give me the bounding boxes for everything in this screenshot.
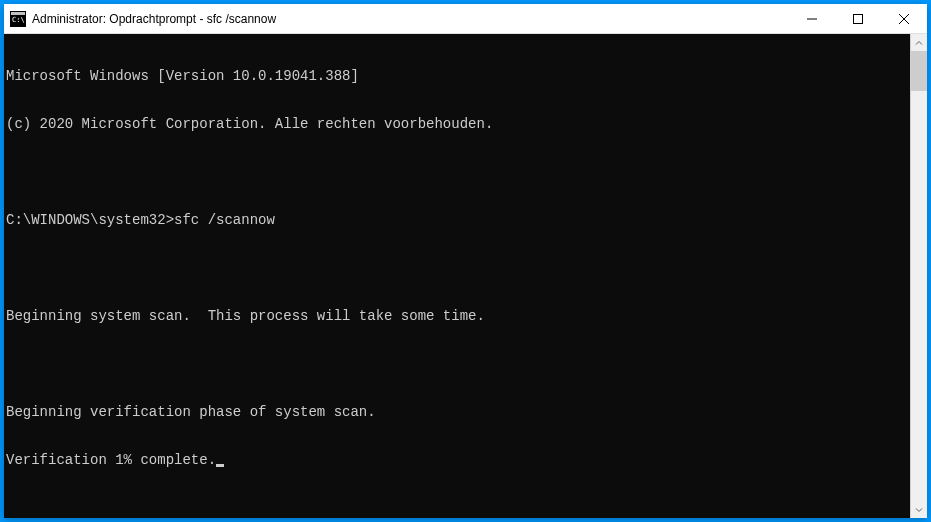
scroll-up-button[interactable]	[911, 34, 927, 51]
output-line	[6, 260, 910, 276]
prompt-line: C:\WINDOWS\system32>sfc /scannow	[6, 212, 910, 228]
chevron-down-icon	[915, 506, 923, 514]
minimize-icon	[807, 14, 817, 24]
svg-text:C:\: C:\	[12, 16, 25, 24]
window-title: Administrator: Opdrachtprompt - sfc /sca…	[32, 12, 276, 26]
terminal-output[interactable]: Microsoft Windows [Version 10.0.19041.38…	[4, 34, 910, 518]
close-icon	[899, 14, 909, 24]
close-button[interactable]	[881, 4, 927, 33]
svg-rect-4	[854, 14, 863, 23]
minimize-button[interactable]	[789, 4, 835, 33]
scroll-thumb[interactable]	[911, 51, 927, 91]
output-line	[6, 164, 910, 180]
output-line: Microsoft Windows [Version 10.0.19041.38…	[6, 68, 910, 84]
maximize-icon	[853, 14, 863, 24]
command-text: sfc /scannow	[174, 212, 275, 228]
cursor	[216, 464, 224, 467]
titlebar[interactable]: C:\ Administrator: Opdrachtprompt - sfc …	[4, 4, 927, 34]
output-line	[6, 356, 910, 372]
maximize-button[interactable]	[835, 4, 881, 33]
output-line: Beginning verification phase of system s…	[6, 404, 910, 420]
scroll-down-button[interactable]	[911, 501, 927, 518]
command-prompt-window: C:\ Administrator: Opdrachtprompt - sfc …	[4, 4, 927, 518]
progress-text: Verification 1% complete.	[6, 452, 216, 468]
chevron-up-icon	[915, 39, 923, 47]
output-line: (c) 2020 Microsoft Corporation. Alle rec…	[6, 116, 910, 132]
output-line: Verification 1% complete.	[6, 452, 910, 468]
scroll-track[interactable]	[911, 51, 927, 501]
terminal-area: Microsoft Windows [Version 10.0.19041.38…	[4, 34, 927, 518]
output-line: Beginning system scan. This process will…	[6, 308, 910, 324]
vertical-scrollbar[interactable]	[910, 34, 927, 518]
cmd-icon: C:\	[10, 11, 26, 27]
svg-rect-1	[11, 12, 25, 15]
prompt: C:\WINDOWS\system32>	[6, 212, 174, 228]
window-controls	[789, 4, 927, 33]
